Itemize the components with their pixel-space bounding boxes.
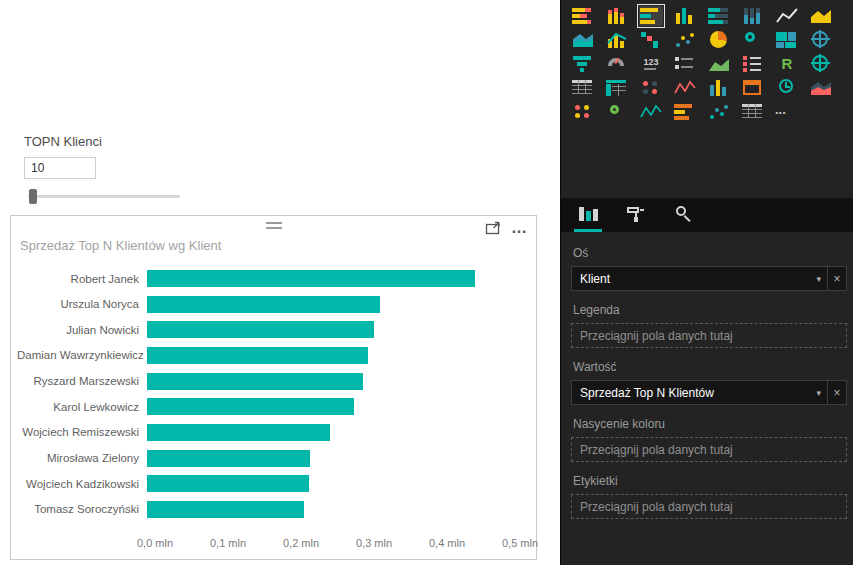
custom-visual-11-icon[interactable] <box>707 102 731 122</box>
well-label-legend: Legenda <box>573 303 847 317</box>
custom-visual-8-icon[interactable] <box>605 102 629 122</box>
matrix-icon[interactable] <box>605 78 629 98</box>
100-stacked-bar-chart-icon[interactable] <box>707 6 731 26</box>
topn-slicer-visual: TOPN Klienci <box>24 134 234 198</box>
custom-visual-1-icon[interactable] <box>639 78 663 98</box>
bar-track <box>147 475 520 492</box>
donut-chart-icon[interactable] <box>741 30 765 50</box>
custom-visual-7-icon[interactable] <box>571 102 595 122</box>
bar-track <box>147 347 520 364</box>
bar-track <box>147 501 520 518</box>
x-axis-tick-label: 0,2 mln <box>283 537 319 549</box>
chevron-down-icon[interactable]: ▾ <box>810 388 827 398</box>
bar[interactable] <box>147 424 330 441</box>
bar[interactable] <box>147 321 374 338</box>
well-value[interactable]: Sprzedaż Top N Klientów▾× <box>571 380 847 405</box>
field-pill-label: Klient <box>580 272 810 286</box>
dropzone-color-saturation[interactable]: Przeciągnij pola danych tutaj <box>571 437 847 462</box>
custom-visual-9-icon[interactable] <box>639 102 663 122</box>
bar-track <box>147 270 520 287</box>
bar[interactable] <box>147 398 354 415</box>
topn-value-input[interactable] <box>24 157 96 179</box>
line-chart-icon[interactable] <box>775 6 799 26</box>
custom-visual-2-icon[interactable] <box>673 78 697 98</box>
x-axis-tick-label: 0,4 mln <box>429 537 465 549</box>
category-label: Karol Lewkowicz <box>17 401 147 413</box>
bar-row: Julian Nowicki <box>17 319 520 340</box>
100-stacked-column-chart-icon[interactable] <box>741 6 765 26</box>
bar-rows: Robert JanekUrszula NorycaJulian Nowicki… <box>17 268 520 520</box>
stacked-bar-chart-icon[interactable] <box>571 6 595 26</box>
bar-row: Karol Lewkowicz <box>17 396 520 417</box>
bar-track <box>147 398 520 415</box>
waterfall-chart-icon[interactable] <box>639 30 663 50</box>
visual-drag-handle[interactable] <box>266 222 282 232</box>
bar[interactable] <box>147 296 380 313</box>
r-script-visual-icon[interactable]: R <box>775 54 799 74</box>
chevron-down-icon[interactable]: ▾ <box>810 274 827 284</box>
stacked-column-chart-icon[interactable] <box>605 6 629 26</box>
category-label: Urszula Noryca <box>17 298 147 310</box>
bar-track <box>147 373 520 390</box>
bar[interactable] <box>147 450 310 467</box>
bar-chart-visual[interactable]: … Sprzedaż Top N Klientów wg Klient Robe… <box>10 215 537 560</box>
bar[interactable] <box>147 270 475 287</box>
category-label: Mirosława Zielony <box>17 452 147 464</box>
custom-visual-3-icon[interactable] <box>707 78 731 98</box>
topn-slider-track[interactable] <box>28 195 180 198</box>
bar[interactable] <box>147 347 368 364</box>
slicer-icon[interactable] <box>741 54 765 74</box>
visual-more-options-icon[interactable]: … <box>511 222 528 234</box>
custom-visual-10-icon[interactable] <box>673 102 697 122</box>
chart-title: Sprzedaż Top N Klientów wg Klient <box>20 238 221 253</box>
card-icon[interactable]: 123 <box>639 54 663 74</box>
field-wells: OśKlient▾×LegendaPrzeciągnij pola danych… <box>561 232 853 565</box>
dropzone-legend[interactable]: Przeciągnij pola danych tutaj <box>571 323 847 348</box>
scatter-chart-icon[interactable] <box>673 30 697 50</box>
bar[interactable] <box>147 373 363 390</box>
arcgis-map-icon[interactable] <box>809 54 833 74</box>
more-visuals-button[interactable]: ... <box>775 102 799 122</box>
custom-visual-5-icon[interactable] <box>775 78 799 98</box>
bar-row: Damian Wawrzynkiewicz <box>17 345 520 366</box>
field-pill-label: Sprzedaż Top N Klientów <box>580 386 810 400</box>
category-label: Damian Wawrzynkiewicz <box>17 349 147 361</box>
bar-row: Urszula Noryca <box>17 294 520 315</box>
custom-visual-4-icon[interactable] <box>741 78 765 98</box>
well-label-value: Wartość <box>573 360 847 374</box>
map-icon[interactable] <box>809 30 833 50</box>
custom-visual-12-icon[interactable] <box>741 102 765 122</box>
pane-tab-fields[interactable] <box>577 204 599 226</box>
pane-tab-analytics[interactable] <box>673 204 695 226</box>
gauge-icon[interactable] <box>605 54 629 74</box>
clustered-bar-chart-icon[interactable] <box>639 6 663 26</box>
dropzone-tooltips[interactable]: Przeciągnij pola danych tutaj <box>571 494 847 519</box>
multi-row-card-icon[interactable] <box>673 54 697 74</box>
line-and-stacked-column-chart-icon[interactable] <box>605 30 629 50</box>
table-icon[interactable] <box>571 78 595 98</box>
stacked-area-chart-icon[interactable] <box>571 30 595 50</box>
x-axis-tick-label: 0,0 mln <box>137 537 173 549</box>
bar-track <box>147 424 520 441</box>
pane-tab-format[interactable] <box>625 204 647 226</box>
well-label-tooltips: Etykietki <box>573 474 847 488</box>
category-label: Wojciech Kadzikowski <box>17 478 147 490</box>
kpi-icon[interactable] <box>707 54 731 74</box>
custom-visual-6-icon[interactable] <box>809 78 833 98</box>
funnel-chart-icon[interactable] <box>571 54 595 74</box>
treemap-icon[interactable] <box>775 30 799 50</box>
remove-field-icon[interactable]: × <box>828 386 846 400</box>
topn-slider-handle[interactable] <box>29 189 37 204</box>
category-label: Robert Janek <box>17 273 147 285</box>
category-label: Wojciech Remiszewski <box>17 426 147 438</box>
pie-chart-icon[interactable] <box>707 30 731 50</box>
bar[interactable] <box>147 475 309 492</box>
focus-mode-icon[interactable] <box>485 221 501 235</box>
bar-row: Wojciech Remiszewski <box>17 422 520 443</box>
bar-track <box>147 296 520 313</box>
bar[interactable] <box>147 501 304 518</box>
well-axis[interactable]: Klient▾× <box>571 266 847 291</box>
clustered-column-chart-icon[interactable] <box>673 6 697 26</box>
remove-field-icon[interactable]: × <box>828 272 846 286</box>
area-chart-icon[interactable] <box>809 6 833 26</box>
